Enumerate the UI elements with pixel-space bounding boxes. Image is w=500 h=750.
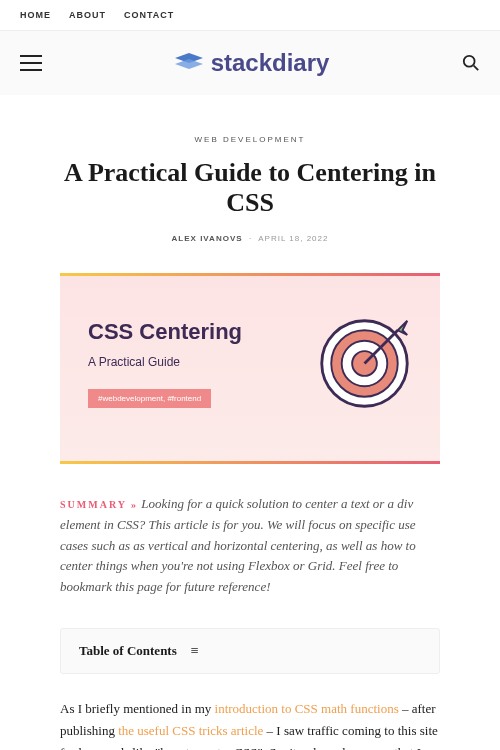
hero-heading: CSS Centering (88, 319, 242, 345)
table-of-contents[interactable]: Table of Contents ≡ (60, 628, 440, 674)
page-title: A Practical Guide to Centering in CSS (60, 158, 440, 218)
hero-image: CSS Centering A Practical Guide #webdeve… (60, 273, 440, 464)
link-css-tricks[interactable]: the useful CSS tricks article (118, 723, 263, 738)
hero-tag: #webdevelopment, #frontend (88, 389, 211, 408)
article: WEB DEVELOPMENT A Practical Guide to Cen… (40, 95, 460, 750)
svg-point-0 (464, 56, 475, 67)
logo-text: stackdiary (211, 49, 330, 77)
category-label[interactable]: WEB DEVELOPMENT (60, 135, 440, 144)
search-icon[interactable] (462, 54, 480, 72)
nav-contact[interactable]: CONTACT (124, 10, 174, 20)
hero-sub: A Practical Guide (88, 355, 242, 369)
svg-line-1 (474, 66, 479, 71)
site-logo[interactable]: stackdiary (175, 49, 330, 77)
byline: ALEX IVANOVS · APRIL 18, 2022 (60, 234, 440, 243)
menu-icon[interactable] (20, 55, 42, 71)
toc-toggle-icon[interactable]: ≡ (191, 643, 199, 659)
logo-icon (175, 53, 203, 73)
article-body: As I briefly mentioned in my introductio… (60, 698, 440, 750)
link-math-functions[interactable]: introduction to CSS math functions (215, 701, 399, 716)
publish-date: APRIL 18, 2022 (258, 234, 328, 243)
nav-about[interactable]: ABOUT (69, 10, 106, 20)
site-header: stackdiary (0, 31, 500, 95)
nav-home[interactable]: HOME (20, 10, 51, 20)
summary-label: SUMMARY » (60, 499, 138, 510)
summary-text: Looking for a quick solution to center a… (60, 496, 416, 594)
target-icon (317, 316, 412, 411)
author-name[interactable]: ALEX IVANOVS (172, 234, 243, 243)
top-nav: HOME ABOUT CONTACT (0, 0, 500, 31)
toc-title: Table of Contents (79, 643, 177, 659)
paragraph: As I briefly mentioned in my introductio… (60, 698, 440, 750)
summary: SUMMARY » Looking for a quick solution t… (60, 494, 440, 598)
